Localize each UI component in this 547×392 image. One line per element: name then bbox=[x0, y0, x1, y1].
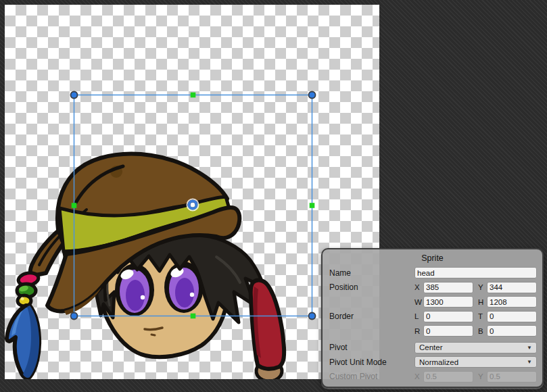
custom-pivot-x-label: X bbox=[414, 372, 423, 381]
border-b-label: B bbox=[478, 327, 487, 335]
custom-pivot-x-input bbox=[423, 371, 473, 383]
sleeve-hand bbox=[251, 280, 285, 381]
selection-handle-bottom-right[interactable] bbox=[309, 313, 316, 320]
position-w-input[interactable] bbox=[423, 296, 473, 308]
border-lt-row: Border L T bbox=[329, 310, 537, 324]
border-t-input[interactable] bbox=[487, 311, 537, 322]
border-b-input[interactable] bbox=[487, 325, 537, 337]
position-label: Position bbox=[329, 283, 414, 292]
pivot-row: Pivot Center ▼ bbox=[329, 341, 537, 356]
sprite-editor-window: { "canvas": { "checker_light": "#FFFFFF"… bbox=[0, 0, 547, 392]
position-y-input[interactable] bbox=[487, 282, 537, 293]
border-l-label: L bbox=[414, 312, 423, 320]
border-r-input[interactable] bbox=[423, 325, 473, 337]
dropdown-arrow-icon: ▼ bbox=[527, 359, 532, 365]
bead-tassel bbox=[17, 272, 39, 306]
selection-handle-top[interactable] bbox=[191, 93, 196, 98]
pivot-dropdown[interactable]: Center ▼ bbox=[414, 342, 537, 353]
custom-pivot-row: Custom Pivot X Y bbox=[329, 370, 537, 385]
position-h-input[interactable] bbox=[487, 296, 537, 308]
dropdown-arrow-icon: ▼ bbox=[527, 345, 532, 351]
border-rb-row: R B bbox=[329, 324, 537, 339]
selection-handle-right[interactable] bbox=[310, 203, 315, 208]
name-label: Name bbox=[329, 268, 414, 278]
position-w-label: W bbox=[414, 298, 423, 306]
position-xy-row: Position X Y bbox=[329, 280, 537, 295]
pivot-unit-mode-label: Pivot Unit Mode bbox=[329, 358, 414, 367]
custom-pivot-label: Custom Pivot bbox=[329, 372, 414, 381]
name-input[interactable] bbox=[414, 267, 537, 278]
custom-pivot-y-input bbox=[487, 371, 537, 383]
position-x-input[interactable] bbox=[423, 282, 473, 293]
feather bbox=[7, 305, 39, 378]
pivot-unit-mode-value: Normalized bbox=[419, 358, 458, 366]
border-label: Border bbox=[329, 312, 414, 321]
pivot-label: Pivot bbox=[329, 343, 414, 352]
pivot-handle[interactable] bbox=[187, 199, 199, 211]
name-row: Name bbox=[329, 266, 537, 280]
character-sprite bbox=[7, 154, 284, 381]
panel-title: Sprite bbox=[323, 249, 542, 266]
pivot-value: Center bbox=[419, 343, 443, 351]
custom-pivot-y-label: Y bbox=[478, 372, 487, 381]
position-wh-row: W H bbox=[329, 295, 537, 310]
pivot-unit-mode-row: Pivot Unit Mode Normalized ▼ bbox=[329, 355, 537, 370]
pivot-unit-mode-dropdown[interactable]: Normalized ▼ bbox=[414, 356, 537, 368]
selection-handle-bottom[interactable] bbox=[191, 314, 196, 319]
position-h-label: H bbox=[478, 298, 487, 306]
border-t-label: T bbox=[478, 312, 487, 320]
selection-handle-top-right[interactable] bbox=[309, 92, 316, 99]
selection-handle-top-left[interactable] bbox=[71, 92, 78, 99]
sprite-panel: Sprite Name Position X Y bbox=[321, 248, 544, 388]
border-l-input[interactable] bbox=[423, 311, 473, 322]
chin-mark bbox=[151, 335, 155, 335]
position-x-label: X bbox=[414, 283, 423, 291]
selection-handle-bottom-left[interactable] bbox=[71, 313, 78, 320]
position-y-label: Y bbox=[478, 283, 487, 291]
border-r-label: R bbox=[414, 327, 423, 335]
left-eye bbox=[115, 264, 154, 316]
selection-handle-left[interactable] bbox=[72, 203, 77, 208]
